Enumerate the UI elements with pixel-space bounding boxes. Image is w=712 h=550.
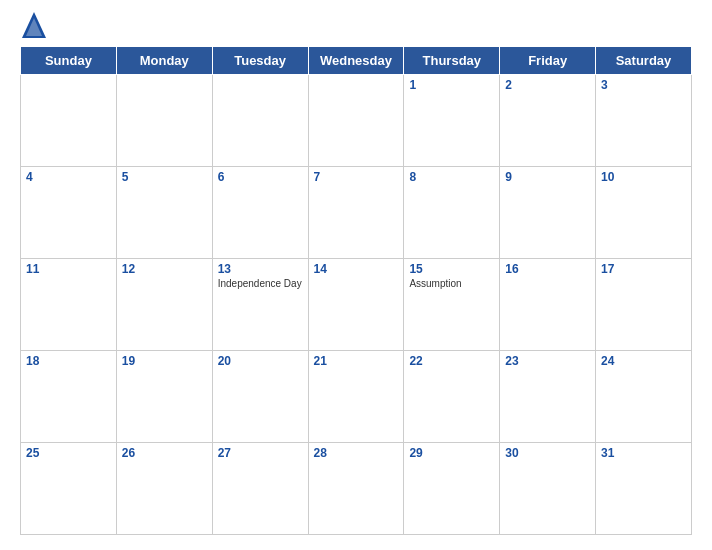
day-number: 16 — [505, 262, 590, 276]
day-number: 5 — [122, 170, 207, 184]
calendar-cell-w4d3: 28 — [308, 443, 404, 535]
day-number: 2 — [505, 78, 590, 92]
calendar-cell-w0d4: 1 — [404, 75, 500, 167]
day-number: 17 — [601, 262, 686, 276]
calendar-cell-w0d3 — [308, 75, 404, 167]
weekday-header-thursday: Thursday — [404, 47, 500, 75]
calendar-cell-w1d5: 9 — [500, 167, 596, 259]
calendar-cell-w4d6: 31 — [596, 443, 692, 535]
day-number: 6 — [218, 170, 303, 184]
calendar-cell-w0d5: 2 — [500, 75, 596, 167]
day-number: 29 — [409, 446, 494, 460]
day-number: 8 — [409, 170, 494, 184]
calendar-cell-w1d0: 4 — [21, 167, 117, 259]
week-row-4: 25262728293031 — [21, 443, 692, 535]
calendar-cell-w4d1: 26 — [116, 443, 212, 535]
calendar-cell-w1d4: 8 — [404, 167, 500, 259]
weekday-header-sunday: Sunday — [21, 47, 117, 75]
calendar-cell-w0d6: 3 — [596, 75, 692, 167]
day-number: 25 — [26, 446, 111, 460]
calendar-cell-w1d3: 7 — [308, 167, 404, 259]
calendar-cell-w1d6: 10 — [596, 167, 692, 259]
calendar-table: SundayMondayTuesdayWednesdayThursdayFrid… — [20, 46, 692, 535]
calendar-cell-w3d0: 18 — [21, 351, 117, 443]
weekday-header-row: SundayMondayTuesdayWednesdayThursdayFrid… — [21, 47, 692, 75]
week-row-3: 18192021222324 — [21, 351, 692, 443]
weekday-header-monday: Monday — [116, 47, 212, 75]
day-number: 21 — [314, 354, 399, 368]
calendar-cell-w0d0 — [21, 75, 117, 167]
calendar-cell-w2d3: 14 — [308, 259, 404, 351]
logo-icon — [20, 10, 48, 40]
calendar-cell-w4d0: 25 — [21, 443, 117, 535]
calendar-cell-w3d2: 20 — [212, 351, 308, 443]
day-number: 30 — [505, 446, 590, 460]
week-row-2: 111213Independence Day1415Assumption1617 — [21, 259, 692, 351]
page-header — [20, 10, 692, 40]
day-number: 20 — [218, 354, 303, 368]
day-number: 26 — [122, 446, 207, 460]
day-number: 9 — [505, 170, 590, 184]
day-number: 1 — [409, 78, 494, 92]
day-number: 19 — [122, 354, 207, 368]
logo — [20, 10, 52, 40]
week-row-1: 45678910 — [21, 167, 692, 259]
week-row-0: 123 — [21, 75, 692, 167]
day-number: 13 — [218, 262, 303, 276]
weekday-header-saturday: Saturday — [596, 47, 692, 75]
day-number: 23 — [505, 354, 590, 368]
calendar-cell-w3d5: 23 — [500, 351, 596, 443]
calendar-cell-w2d0: 11 — [21, 259, 117, 351]
day-number: 14 — [314, 262, 399, 276]
calendar-cell-w1d1: 5 — [116, 167, 212, 259]
calendar-cell-w3d3: 21 — [308, 351, 404, 443]
calendar-cell-w2d5: 16 — [500, 259, 596, 351]
day-number: 12 — [122, 262, 207, 276]
calendar-cell-w0d1 — [116, 75, 212, 167]
calendar-cell-w4d2: 27 — [212, 443, 308, 535]
day-number: 18 — [26, 354, 111, 368]
calendar-cell-w2d2: 13Independence Day — [212, 259, 308, 351]
calendar-cell-w1d2: 6 — [212, 167, 308, 259]
day-number: 15 — [409, 262, 494, 276]
day-number: 31 — [601, 446, 686, 460]
day-number: 27 — [218, 446, 303, 460]
calendar-cell-w2d1: 12 — [116, 259, 212, 351]
calendar-cell-w2d6: 17 — [596, 259, 692, 351]
day-number: 4 — [26, 170, 111, 184]
day-number: 11 — [26, 262, 111, 276]
day-number: 28 — [314, 446, 399, 460]
day-number: 24 — [601, 354, 686, 368]
calendar-cell-w3d6: 24 — [596, 351, 692, 443]
calendar-cell-w2d4: 15Assumption — [404, 259, 500, 351]
day-number: 10 — [601, 170, 686, 184]
calendar-cell-w3d1: 19 — [116, 351, 212, 443]
calendar-cell-w4d5: 30 — [500, 443, 596, 535]
event-label: Assumption — [409, 278, 494, 289]
weekday-header-friday: Friday — [500, 47, 596, 75]
event-label: Independence Day — [218, 278, 303, 289]
day-number: 22 — [409, 354, 494, 368]
day-number: 3 — [601, 78, 686, 92]
calendar-cell-w3d4: 22 — [404, 351, 500, 443]
calendar-cell-w0d2 — [212, 75, 308, 167]
day-number: 7 — [314, 170, 399, 184]
weekday-header-tuesday: Tuesday — [212, 47, 308, 75]
calendar-cell-w4d4: 29 — [404, 443, 500, 535]
weekday-header-wednesday: Wednesday — [308, 47, 404, 75]
